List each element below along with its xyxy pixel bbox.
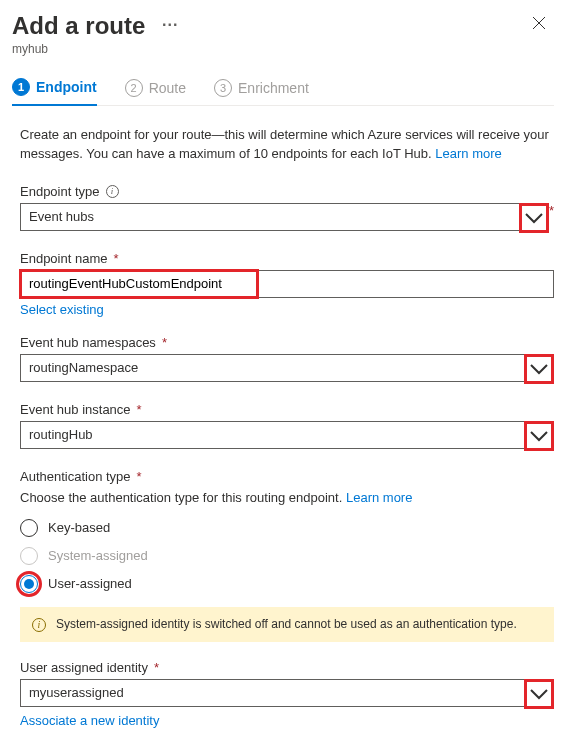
instance-label: Event hub instance * bbox=[20, 402, 554, 417]
info-icon[interactable]: i bbox=[106, 185, 119, 198]
auth-learn-more-link[interactable]: Learn more bbox=[346, 490, 412, 505]
step-endpoint[interactable]: 1 Endpoint bbox=[12, 70, 97, 106]
close-icon[interactable] bbox=[524, 12, 554, 38]
associate-identity-link[interactable]: Associate a new identity bbox=[20, 713, 159, 728]
auth-type-label: Authentication type * bbox=[20, 469, 554, 484]
more-icon[interactable]: ··· bbox=[162, 16, 178, 34]
instance-select[interactable]: routingHub bbox=[20, 421, 526, 449]
endpoint-name-label: Endpoint name * bbox=[20, 251, 554, 266]
wizard-steps: 1 Endpoint 2 Route 3 Enrichment bbox=[12, 70, 554, 106]
radio-user-assigned[interactable]: User-assigned bbox=[20, 575, 554, 593]
chevron-down-icon[interactable] bbox=[524, 679, 554, 709]
info-icon: i bbox=[32, 618, 46, 632]
namespace-select[interactable]: routingNamespace bbox=[20, 354, 526, 382]
endpoint-type-label: Endpoint type i bbox=[20, 184, 554, 199]
chevron-down-icon[interactable] bbox=[519, 203, 549, 233]
namespace-label: Event hub namespaces * bbox=[20, 335, 554, 350]
alert-system-assigned: i System-assigned identity is switched o… bbox=[20, 607, 554, 642]
identity-select[interactable]: myuserassigned bbox=[20, 679, 526, 707]
step-enrichment[interactable]: 3 Enrichment bbox=[214, 70, 309, 105]
auth-description: Choose the authentication type for this … bbox=[20, 490, 554, 505]
endpoint-name-input[interactable] bbox=[20, 270, 554, 298]
radio-system-assigned: System-assigned bbox=[20, 547, 554, 565]
endpoint-type-select[interactable]: Event hubs bbox=[20, 203, 521, 231]
page-title: Add a route ··· bbox=[12, 12, 178, 40]
intro-text: Create an endpoint for your route—this w… bbox=[20, 126, 554, 164]
identity-label: User assigned identity * bbox=[20, 660, 554, 675]
radio-key-based[interactable]: Key-based bbox=[20, 519, 554, 537]
step-route[interactable]: 2 Route bbox=[125, 70, 186, 105]
learn-more-link[interactable]: Learn more bbox=[435, 146, 501, 161]
chevron-down-icon[interactable] bbox=[524, 421, 554, 451]
chevron-down-icon[interactable] bbox=[524, 354, 554, 384]
select-existing-link[interactable]: Select existing bbox=[20, 302, 104, 317]
resource-name: myhub bbox=[12, 42, 178, 56]
